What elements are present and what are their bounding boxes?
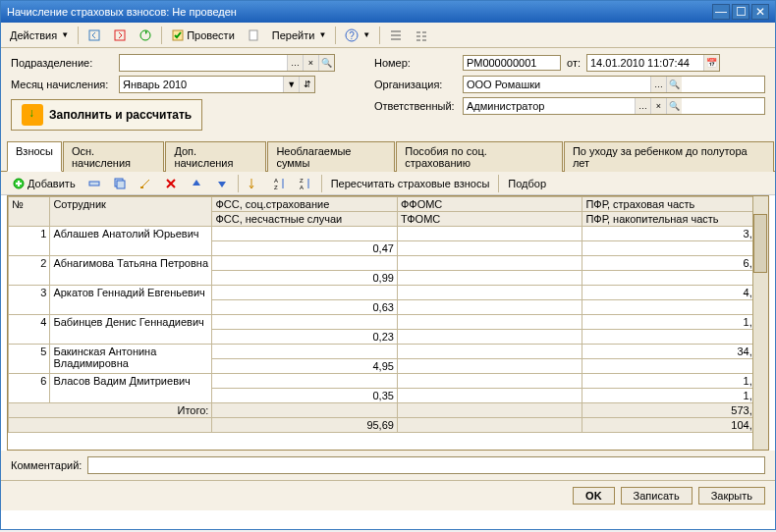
svg-rect-1 (115, 30, 125, 40)
comment-label: Комментарий: (11, 459, 82, 471)
move-up-icon[interactable] (185, 174, 208, 193)
minimize-button[interactable]: — (712, 4, 730, 20)
svg-rect-10 (117, 181, 125, 188)
division-clear-icon[interactable]: × (303, 55, 318, 71)
sort-down-icon[interactable] (243, 174, 266, 193)
window-title: Начисление страховых взносов: Не проведе… (7, 6, 237, 18)
select-button[interactable]: Подбор (503, 174, 551, 193)
division-search-icon[interactable]: 🔍 (318, 55, 334, 71)
tab-add-calc[interactable]: Доп. начисления (165, 141, 266, 172)
svg-rect-11 (140, 186, 143, 188)
list-icon[interactable] (384, 26, 408, 45)
titlebar: Начисление страховых взносов: Не проведе… (1, 1, 775, 23)
insert-row-icon[interactable] (83, 174, 106, 193)
comment-input[interactable] (87, 456, 765, 474)
edit-row-icon[interactable] (134, 174, 157, 193)
svg-text:A: A (274, 178, 278, 184)
date-input[interactable] (587, 56, 703, 70)
col-employee[interactable]: Сотрудник (50, 197, 212, 227)
button-bar: OK Записать Закрыть (1, 480, 775, 510)
close-button[interactable]: ✕ (751, 4, 769, 20)
resp-label: Ответственный: (374, 100, 463, 112)
sort-az-icon[interactable]: AZ (268, 174, 292, 193)
division-input[interactable] (120, 56, 287, 70)
division-select-icon[interactable]: … (287, 55, 303, 71)
org-label: Организация: (374, 79, 463, 90)
delete-row-icon[interactable] (159, 174, 183, 193)
close-button-footer[interactable]: Закрыть (698, 487, 765, 505)
svg-rect-8 (89, 182, 99, 186)
table-row[interactable]: 2Абнагимова Татьяна Петровна6,91 (9, 256, 768, 271)
post-doc-icon[interactable] (242, 26, 265, 45)
month-input[interactable] (120, 78, 283, 91)
tabs: Взносы Осн. начисления Доп. начисления Н… (1, 140, 775, 172)
col-fss1[interactable]: ФСС, соц.страхование (212, 197, 398, 212)
org-select-icon[interactable]: … (650, 77, 666, 92)
org-search-icon[interactable]: 🔍 (666, 77, 682, 92)
col-number[interactable]: № (9, 197, 50, 227)
tab-benefits[interactable]: Пособия по соц. страхованию (396, 141, 563, 172)
from-label: от: (567, 57, 581, 69)
table-row[interactable]: 3Аркатов Геннадий Евгеньевич4,42 (9, 286, 768, 300)
save-button[interactable]: Записать (621, 487, 693, 505)
post-button[interactable]: Провести (166, 26, 240, 45)
table-row[interactable]: 4Бабинцев Денис Геннадиевич1,62 (9, 315, 768, 330)
tab-nontax[interactable]: Необлагаемые суммы (267, 141, 395, 172)
svg-text:Z: Z (300, 178, 304, 184)
col-pfr1[interactable]: ПФР, страховая часть (582, 197, 768, 212)
scrollbar-vertical[interactable] (752, 196, 768, 450)
calculate-icon (22, 104, 43, 126)
grid: № Сотрудник ФСС, соц.страхование ФФОМС П… (7, 195, 769, 451)
goto-menu[interactable]: Перейти▼ (267, 26, 332, 45)
org-input[interactable] (464, 78, 650, 91)
help-icon[interactable]: ?▼ (340, 26, 375, 45)
month-dropdown-icon[interactable]: ▼ (283, 77, 299, 92)
nav-back-icon[interactable] (83, 26, 106, 45)
actions-menu[interactable]: Действия▼ (5, 26, 74, 45)
move-down-icon[interactable] (210, 174, 234, 193)
calculate-button[interactable]: Заполнить и рассчитать (11, 99, 202, 131)
resp-search-icon[interactable]: 🔍 (666, 98, 682, 114)
ok-button[interactable]: OK (573, 487, 615, 505)
nav-fwd-icon[interactable] (108, 26, 132, 45)
date-picker-icon[interactable]: 📅 (703, 55, 719, 71)
refresh-icon[interactable] (134, 26, 157, 45)
col-tfoms[interactable]: ТФОМС (397, 212, 582, 227)
col-pfr2[interactable]: ПФР, накопительная часть (582, 212, 768, 227)
copy-row-icon[interactable] (108, 174, 132, 193)
svg-rect-4 (249, 30, 257, 40)
sort-za-icon[interactable]: ZA (294, 174, 317, 193)
svg-text:?: ? (350, 30, 356, 41)
month-spin-icon[interactable]: ⇵ (299, 77, 314, 92)
division-label: Подразделение: (11, 57, 119, 69)
resp-select-icon[interactable]: … (635, 98, 650, 114)
month-label: Месяц начисления: (11, 79, 119, 90)
number-label: Номер: (374, 57, 463, 69)
tab-childcare[interactable]: По уходу за ребенком до полутора лет (564, 141, 774, 172)
svg-text:Z: Z (274, 185, 278, 190)
table-row[interactable]: 5Бакинская Антонина Владимировна34,65 (9, 345, 768, 359)
number-input[interactable] (464, 56, 560, 70)
table-row[interactable]: 1Аблашев Анатолий Юрьевич3,29 (9, 227, 768, 241)
svg-text:A: A (300, 185, 304, 190)
add-button[interactable]: Добавить (7, 174, 81, 193)
main-toolbar: Действия▼ Провести Перейти▼ ?▼ (1, 23, 775, 48)
settings-icon[interactable] (410, 26, 433, 45)
maximize-button[interactable]: ☐ (732, 4, 749, 20)
col-ffoms[interactable]: ФФОМС (397, 197, 582, 212)
resp-clear-icon[interactable]: × (650, 98, 666, 114)
table-row[interactable]: 6Власов Вадим Дмитриевич1,40 (9, 374, 768, 389)
grid-toolbar: Добавить AZ ZA Пересчитать страховые взн… (1, 172, 775, 195)
svg-rect-0 (89, 30, 99, 40)
recalc-button[interactable]: Пересчитать страховые взносы (326, 174, 495, 193)
col-fss2[interactable]: ФСС, несчастные случаи (212, 212, 398, 227)
tab-main-calc[interactable]: Осн. начисления (63, 141, 164, 172)
resp-input[interactable] (464, 99, 635, 113)
tab-contributions[interactable]: Взносы (7, 141, 62, 172)
